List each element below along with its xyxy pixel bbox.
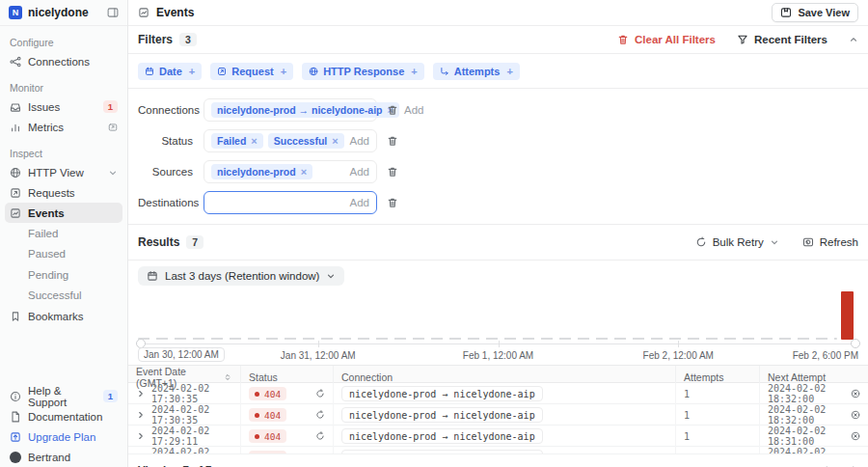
event-date-cell: 2024-02-02 17:29:11 <box>128 447 241 454</box>
filter-chip-attempts[interactable]: Attempts + <box>433 63 520 80</box>
sidebar-item-events[interactable]: Events <box>5 203 122 223</box>
subitem-label: Failed <box>28 228 58 239</box>
brand-name: nicelydone <box>28 6 101 19</box>
status-filter-input[interactable]: Failed × Successful × Add <box>203 129 377 152</box>
status-code: 404 <box>264 431 281 442</box>
connections-filter-input[interactable]: nicelydone-prod → nicelydone-aip × Add <box>203 98 377 122</box>
sidebar-subitem-failed[interactable]: Failed <box>0 223 127 244</box>
status-cell: 404 <box>241 426 334 447</box>
add-destination-button[interactable]: Add <box>350 197 369 208</box>
table-row-partial[interactable]: 2024-02-02 17:29:11 404 nicelydone-prod … <box>128 447 868 454</box>
table-row[interactable]: 2024-02-02 17:29:11 404 nicelydone-prod … <box>128 426 868 447</box>
retry-event-icon[interactable] <box>315 431 325 441</box>
remove-value-icon[interactable]: × <box>251 135 257 147</box>
sidebar-item-label: Documentation <box>28 411 102 423</box>
date-range-button[interactable]: Last 3 days (Retention window) <box>138 266 344 286</box>
connections-icon <box>10 56 21 68</box>
cancel-retry-icon[interactable] <box>851 431 860 441</box>
subitem-label: Successful <box>28 289 82 301</box>
sidebar-item-upgrade-plan[interactable]: Upgrade Plan <box>0 426 127 447</box>
error-dot-icon <box>255 413 259 418</box>
remove-value-icon[interactable]: × <box>332 135 338 147</box>
sidebar-item-label: Bookmarks <box>28 311 84 322</box>
cancel-retry-icon[interactable] <box>851 389 860 398</box>
add-source-button[interactable]: Add <box>350 166 369 178</box>
column-label: Connection <box>341 371 393 383</box>
delete-status-filter-button[interactable] <box>387 135 398 147</box>
save-view-button[interactable]: Save View <box>772 3 858 22</box>
recent-filters-button[interactable]: Recent Filters <box>737 34 827 45</box>
connection-pill[interactable]: nicelydone-prod → nicelydone-aip <box>341 386 543 401</box>
refresh-icon <box>802 236 814 248</box>
add-connection-button[interactable]: Add <box>404 104 423 116</box>
sidebar-item-issues[interactable]: Issues 1 <box>0 96 127 117</box>
next-attempt-time: 2024-02-02 18:31:00 <box>768 426 845 447</box>
sidebar-item-metrics[interactable]: Metrics <box>0 117 127 137</box>
axis-tick-label: Jan 31, 12:00 AM <box>281 350 356 361</box>
status-cell: 404 <box>241 447 334 454</box>
status-badge: 404 <box>249 408 286 422</box>
connection-pill[interactable]: nicelydone-prod → nicelydone-aip <box>341 428 543 444</box>
retry-event-icon[interactable] <box>315 389 325 398</box>
request-box-icon <box>10 187 21 199</box>
bulk-retry-button[interactable]: Bulk Retry <box>695 236 779 248</box>
chip-label: HTTP Response <box>323 66 404 77</box>
sidebar-subitem-paused[interactable]: Paused <box>0 244 127 265</box>
sidebar-item-documentation[interactable]: Documentation <box>0 406 127 426</box>
table-row[interactable]: 2024-02-02 17:30:35 404 nicelydone-prod … <box>128 383 868 404</box>
sidebar-item-bookmarks[interactable]: Bookmarks <box>0 306 127 326</box>
error-dot-icon <box>255 434 259 439</box>
delete-connections-filter-button[interactable] <box>387 104 398 116</box>
attempts-cell: 1 <box>676 404 760 426</box>
filter-chip-request[interactable]: Request + <box>210 63 293 80</box>
refresh-button[interactable]: Refresh <box>802 236 858 248</box>
attempts-cell: 1 <box>676 426 760 447</box>
sidebar-item-connections[interactable]: Connections <box>0 51 127 71</box>
clear-all-filters-button[interactable]: Clear All Filters <box>617 34 716 45</box>
connection-pill[interactable]: nicelydone-prod → nicelydone-aip <box>341 407 543 423</box>
filters-title: Filters <box>138 33 173 46</box>
filter-chip-date[interactable]: Date + <box>138 63 202 80</box>
time-range-slider[interactable] <box>138 340 858 348</box>
results-count-badge: 7 <box>186 235 203 249</box>
expand-row-icon[interactable] <box>136 389 146 398</box>
sidebar-item-help-support[interactable]: Help & Support 1 <box>0 386 127 406</box>
retry-event-icon[interactable] <box>315 410 325 420</box>
sidebar-item-http-view[interactable]: HTTP View <box>0 162 127 182</box>
event-count-bar[interactable] <box>841 291 854 340</box>
save-view-icon <box>780 7 792 18</box>
remove-value-icon[interactable]: × <box>301 166 307 178</box>
table-row[interactable]: 2024-02-02 17:30:35 404 nicelydone-prod … <box>128 404 868 426</box>
range-start-label[interactable]: Jan 30, 12:00 AM <box>138 347 225 362</box>
sort-icon[interactable] <box>223 372 232 382</box>
sidebar-subitem-successful[interactable]: Successful <box>0 286 127 307</box>
chip-label: Date <box>159 66 182 77</box>
sidebar-header: N nicelydone <box>0 0 127 26</box>
sidebar-collapse-icon[interactable] <box>107 7 119 18</box>
delete-destinations-filter-button[interactable] <box>387 197 398 208</box>
slider-tick <box>678 341 679 347</box>
issues-count-badge: 1 <box>103 100 118 113</box>
sidebar-subitem-pending[interactable]: Pending <box>0 264 127 286</box>
slider-handle-end[interactable] <box>851 339 860 348</box>
add-status-button[interactable]: Add <box>350 135 369 147</box>
table-header: Event Date (GMT+1) Status Connection Att… <box>128 366 868 383</box>
expand-row-icon[interactable] <box>136 410 146 420</box>
cancel-retry-icon[interactable] <box>851 410 860 420</box>
sidebar-item-requests[interactable]: Requests <box>0 182 127 203</box>
events-table: Event Date (GMT+1) Status Connection Att… <box>128 365 868 454</box>
collapse-filters-icon[interactable] <box>849 35 858 44</box>
expand-row-icon[interactable] <box>136 431 146 441</box>
plus-icon: + <box>504 66 512 77</box>
chip-value: nicelydone-prod → nicelydone-aip <box>217 104 383 116</box>
plus-icon: + <box>409 66 417 77</box>
filter-value-chip: nicelydone-prod → nicelydone-aip × <box>211 102 399 118</box>
sidebar-item-user[interactable]: Bertrand <box>0 447 127 467</box>
filter-chip-http-response[interactable]: HTTP Response + <box>302 63 424 80</box>
destinations-filter-input[interactable]: Add <box>203 191 377 214</box>
event-date: 2024-02-02 17:29:11 <box>151 426 232 447</box>
table-footer: Viewing 7 of 7 <box>128 454 868 467</box>
sources-filter-input[interactable]: nicelydone-prod × Add <box>203 160 377 183</box>
delete-sources-filter-button[interactable] <box>387 166 398 178</box>
open-panel-icon[interactable] <box>108 123 118 132</box>
